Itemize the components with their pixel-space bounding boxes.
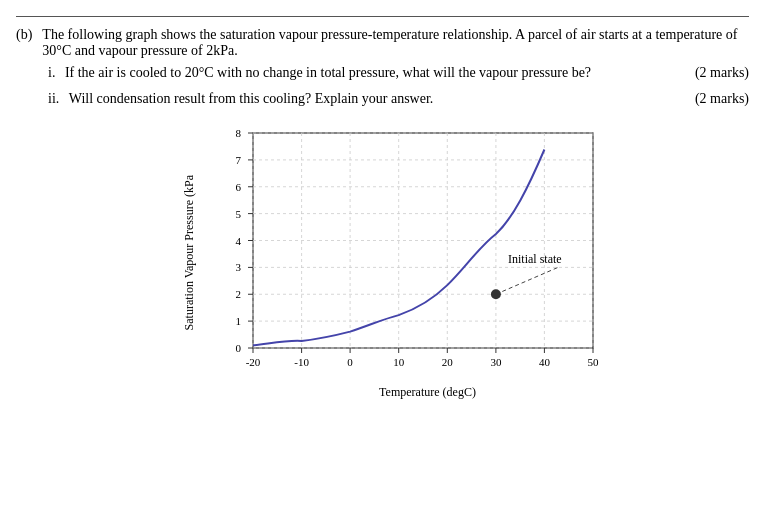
x-tick-20: 20: [442, 356, 454, 368]
chart-svg: Initial state 8 7 6 5 4 3 2 1: [203, 123, 623, 383]
sub-part-i-row: i. If the air is cooled to 20°C with no …: [48, 65, 749, 81]
annotation-label: Initial state: [508, 252, 562, 266]
y-tick-5: 5: [236, 208, 242, 220]
y-tick-8: 8: [236, 127, 242, 139]
x-tick-50: 50: [588, 356, 600, 368]
top-border: [16, 16, 749, 17]
sub-i-label: i.: [48, 65, 55, 80]
sub-i-content: If the air is cooled to 20°C with no cha…: [65, 65, 591, 80]
y-tick-1: 1: [236, 315, 242, 327]
graph-container: Saturation Vapour Pressure (kPa: [56, 123, 749, 400]
x-tick--20: -20: [246, 356, 261, 368]
part-b-intro: (b) The following graph shows the satura…: [16, 27, 749, 59]
sub-part-ii: ii. Will condensation result from this c…: [48, 91, 749, 107]
x-tick-0: 0: [347, 356, 353, 368]
sub-part-ii-text: ii. Will condensation result from this c…: [48, 91, 649, 107]
sub-ii-content: Will condensation result from this cooli…: [69, 91, 434, 106]
x-tick--10: -10: [294, 356, 309, 368]
sub-part-i: i. If the air is cooled to 20°C with no …: [48, 65, 749, 81]
y-tick-0: 0: [236, 342, 242, 354]
y-axis-label: Saturation Vapour Pressure (kPa: [182, 175, 197, 330]
question-part-b: (b) The following graph shows the satura…: [16, 27, 749, 107]
sub-ii-marks-label: (2 marks): [695, 91, 749, 106]
y-tick-4: 4: [236, 235, 242, 247]
part-b-text: The following graph shows the saturation…: [42, 27, 749, 59]
x-tick-10: 10: [393, 356, 405, 368]
chart-area: Saturation Vapour Pressure (kPa: [182, 123, 623, 383]
y-tick-2: 2: [236, 288, 242, 300]
sub-part-ii-row: ii. Will condensation result from this c…: [48, 91, 749, 107]
y-tick-7: 7: [236, 154, 242, 166]
sub-i-marks: (2 marks): [659, 65, 749, 81]
x-tick-40: 40: [539, 356, 551, 368]
initial-state-dot: [491, 289, 501, 299]
y-tick-3: 3: [236, 261, 242, 273]
sub-part-i-text: i. If the air is cooled to 20°C with no …: [48, 65, 649, 81]
x-axis-label: Temperature (degC): [379, 385, 476, 400]
sub-ii-marks: (2 marks): [659, 91, 749, 107]
part-b-label: (b): [16, 27, 32, 59]
x-tick-30: 30: [490, 356, 502, 368]
sub-i-marks-label: (2 marks): [695, 65, 749, 80]
y-tick-6: 6: [236, 181, 242, 193]
sub-ii-label: ii.: [48, 91, 59, 106]
